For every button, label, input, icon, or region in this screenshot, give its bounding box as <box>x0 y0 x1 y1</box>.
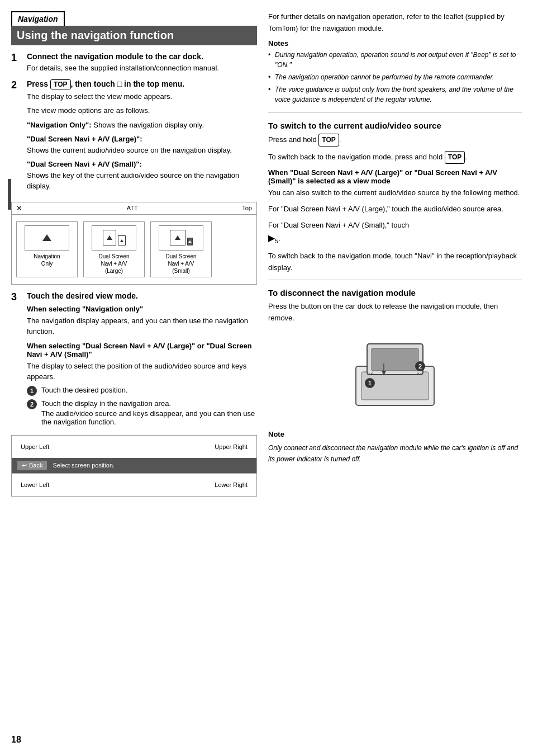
device-svg: 1 2 <box>339 333 451 419</box>
disconnect-body: Press the button on the car dock to rele… <box>268 301 522 324</box>
view-mode-diagram: ✕ ATT Top NavigationOnly <box>11 202 257 285</box>
top-button-ref: TOP <box>50 79 70 89</box>
select-position-text: Select screen position. <box>53 462 115 469</box>
mode3-text: "Dual Screen Navi + A/V (Small)": Shows … <box>27 159 257 192</box>
step-3-number: 3 <box>11 291 22 429</box>
dual-body2: For "Dual Screen Navi + A/V (Large)," to… <box>268 204 522 215</box>
step-1-number: 1 <box>11 52 22 74</box>
step-2-body1: The display to select the view mode appe… <box>27 91 257 102</box>
step-2-number: 2 <box>11 79 22 195</box>
right-column: For further details on navigation operat… <box>268 11 522 745</box>
section-title-bar: Using the navigation function <box>11 26 257 45</box>
diagram-att: ATT <box>127 205 138 211</box>
dual-small-label: Dual ScreenNavi + A/V(Small) <box>165 253 196 275</box>
circle-step-1-text: Touch the desired position. <box>41 386 128 394</box>
notes-section: Notes During navigation operation, opera… <box>268 39 522 105</box>
step-2-title: Press TOP, then touch □ in the top menu. <box>27 79 257 89</box>
step-3-title: Touch the desired view mode. <box>27 291 257 300</box>
note-3: The voice guidance is output only from t… <box>268 84 522 105</box>
dual-small-btn[interactable]: Dual ScreenNavi + A/V(Small) <box>150 221 212 277</box>
upper-left-label: Upper Left <box>21 443 49 450</box>
dual-body3: For "Dual Screen Navi + A/V (Small)," to… <box>268 220 522 247</box>
dual-large-label: Dual ScreenNavi + A/V(Large) <box>98 253 129 275</box>
upper-right-label: Upper Right <box>215 443 248 450</box>
intro-text: For further details on navigation operat… <box>268 11 522 35</box>
dual-view-heading: When "Dual Screen Navi + A/V (Large)" or… <box>268 168 522 185</box>
dual-body4: To switch back to the navigation mode, t… <box>268 251 522 274</box>
switch-body1: Press and hold TOP. <box>268 134 522 147</box>
nav-only-label: NavigationOnly <box>34 253 60 267</box>
nav-only-btn[interactable]: NavigationOnly <box>16 221 78 277</box>
dual-large-btn[interactable]: Dual ScreenNavi + A/V(Large) <box>83 221 145 277</box>
svg-text:2: 2 <box>418 363 422 370</box>
lower-left-label: Lower Left <box>21 481 49 488</box>
mode2-text: "Dual Screen Navi + A/V (Large)": Shows … <box>27 134 257 155</box>
notes-title: Notes <box>268 39 522 48</box>
left-column: Navigation Using the navigation function… <box>11 11 257 745</box>
svg-text:1: 1 <box>368 380 372 386</box>
navigation-label: Navigation <box>11 11 65 26</box>
step-2-body2: The view mode options are as follows. <box>27 105 257 116</box>
step-1-title: Connect the navigation module to the car… <box>27 52 257 61</box>
note-1: During navigation operation, operation s… <box>268 50 522 70</box>
diagram-x: ✕ <box>16 204 22 212</box>
when2-body: The display to select the position of th… <box>27 361 257 382</box>
step-3: 3 Touch the desired view mode. When sele… <box>11 291 257 429</box>
play-icon: ▶ <box>268 233 275 243</box>
lower-right-label: Lower Right <box>215 481 248 488</box>
dual-body1: You can also switch to the current audio… <box>268 187 522 199</box>
back-button[interactable]: ↩ Back <box>17 461 47 470</box>
mode1-text: "Navigation Only": Shows the navigation … <box>27 120 257 131</box>
circle-step-2: 2 Touch the display in the navigation ar… <box>27 399 257 426</box>
back-arrow-icon: ↩ <box>22 462 27 469</box>
disconnect-title: To disconnect the navigation module <box>268 288 522 297</box>
svg-rect-3 <box>372 348 418 371</box>
step-1: 1 Connect the navigation module to the c… <box>11 52 257 74</box>
single-note-title: Note <box>268 430 284 438</box>
when1-body: The navigation display appears, and you … <box>27 315 257 337</box>
switch-section-title: To switch to the current audio/video sou… <box>268 121 522 130</box>
single-note-section: Note Only connect and disconnect the nav… <box>268 430 522 464</box>
device-illustration: 1 2 <box>268 333 522 421</box>
page-number: 18 <box>11 735 21 745</box>
top-ref-1: TOP <box>318 134 339 147</box>
top-ref-2: TOP <box>445 151 465 164</box>
when1-heading: When selecting "Navigation only" <box>27 305 257 313</box>
circle-step-1: 1 Touch the desired position. <box>27 386 257 396</box>
circle-step-2-text: Touch the display in the navigation area… <box>41 399 257 408</box>
diagram-top: Top <box>242 205 252 211</box>
step-2: 2 Press TOP, then touch □ in the top men… <box>11 79 257 195</box>
circle-step-2-sub: The audio/video source and keys disappea… <box>41 409 257 426</box>
position-diagram: Upper Left Upper Right ↩ Back Select scr… <box>11 435 257 497</box>
switch-body2: To switch back to the navigation mode, p… <box>268 151 522 164</box>
step-1-body: For details, see the supplied installati… <box>27 63 257 74</box>
single-note-body: Only connect and disconnect the navigati… <box>268 443 522 464</box>
back-label: Back <box>29 462 42 469</box>
when2-heading: When selecting "Dual Screen Navi + A/V (… <box>27 342 257 358</box>
note-2: The navigation operation cannot be perfo… <box>268 72 522 82</box>
